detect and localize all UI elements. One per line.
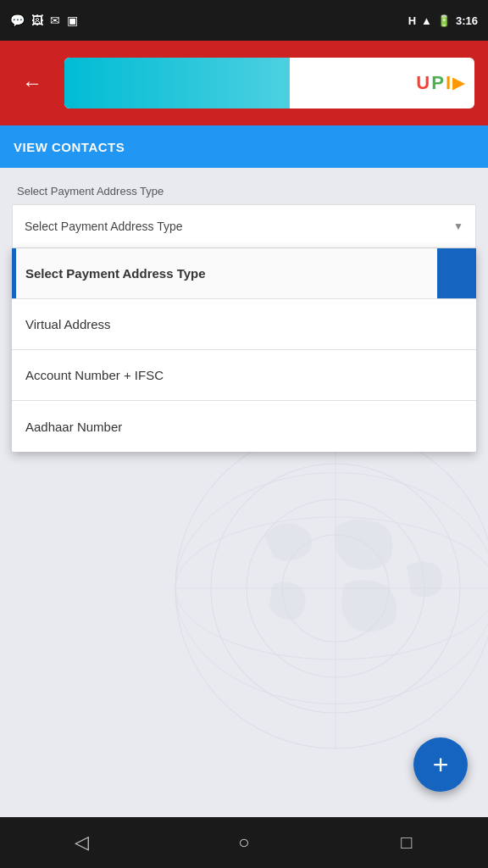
upi-u: U <box>416 72 430 94</box>
chevron-down-icon: ▼ <box>453 220 463 232</box>
status-bar: 💬 🖼 ✉ ▣ H ▲ 🔋 3:16 <box>0 0 488 41</box>
svg-point-4 <box>175 517 488 659</box>
carrier-label: H <box>408 14 416 27</box>
nav-recent-button[interactable]: □ <box>381 826 432 860</box>
fab-add-button[interactable]: + <box>413 737 468 792</box>
upi-i: I <box>446 72 451 94</box>
back-button[interactable]: ← <box>14 64 51 102</box>
svg-point-3 <box>282 535 389 642</box>
nav-back-button[interactable]: ◁ <box>56 826 107 860</box>
gmail-icon: ✉ <box>50 14 60 27</box>
nav-home-icon: ○ <box>238 832 249 854</box>
upi-logo: UPI▶ <box>416 72 464 94</box>
section-title: VIEW CONTACTS <box>14 140 125 154</box>
dropdown-select[interactable]: Select Payment Address Type ▼ <box>12 204 476 248</box>
status-icons-left: 💬 🖼 ✉ ▣ <box>10 14 78 27</box>
dropdown-option-account[interactable]: Account Number + IFSC <box>12 350 476 401</box>
option-label-aadhaar: Aadhaar Number <box>25 420 122 434</box>
nav-home-button[interactable]: ○ <box>219 826 269 860</box>
upi-p: P <box>431 72 444 94</box>
signal-icon: ▲ <box>421 14 432 27</box>
svg-point-1 <box>211 464 460 713</box>
svg-point-5 <box>175 473 488 704</box>
image-icon: 🖼 <box>31 14 43 27</box>
nav-recent-icon: □ <box>401 832 412 854</box>
main-content: Select Payment Address Type Select Payme… <box>0 168 488 817</box>
option-label-placeholder: Select Payment Address Type <box>25 266 206 281</box>
section-bar: VIEW CONTACTS <box>0 125 488 168</box>
dropdown-selected-text: Select Payment Address Type <box>25 220 183 233</box>
svg-point-2 <box>247 499 424 677</box>
upi-arrow-icon: ▶ <box>452 74 464 92</box>
add-icon: + <box>433 751 449 778</box>
option-label-account: Account Number + IFSC <box>25 368 164 382</box>
dropdown-popup: Select Payment Address Type Virtual Addr… <box>12 248 476 452</box>
dropdown-option-aadhaar[interactable]: Aadhaar Number <box>12 401 476 452</box>
app-bar: ← UPI▶ <box>0 41 488 125</box>
dropdown-option-virtual[interactable]: Virtual Address <box>12 299 476 350</box>
dropdown-option-placeholder[interactable]: Select Payment Address Type <box>12 248 476 299</box>
status-icons-right: H ▲ 🔋 3:16 <box>408 14 478 27</box>
background-watermark <box>158 410 488 766</box>
nav-back-icon: ◁ <box>75 832 89 854</box>
time-label: 3:16 <box>456 14 478 27</box>
upi-color-strip <box>64 58 290 108</box>
message-icon: 💬 <box>10 14 25 27</box>
selected-indicator <box>437 248 476 298</box>
upi-banner: UPI▶ <box>64 58 474 108</box>
nfc-icon: ▣ <box>67 14 78 27</box>
field-label: Select Payment Address Type <box>0 168 488 204</box>
nav-bar: ◁ ○ □ <box>0 817 488 868</box>
dropdown-container: Select Payment Address Type ▼ Select Pay… <box>12 204 476 248</box>
battery-icon: 🔋 <box>437 14 451 27</box>
back-arrow-icon: ← <box>22 71 42 95</box>
svg-point-0 <box>175 428 488 748</box>
option-label-virtual: Virtual Address <box>25 317 111 331</box>
